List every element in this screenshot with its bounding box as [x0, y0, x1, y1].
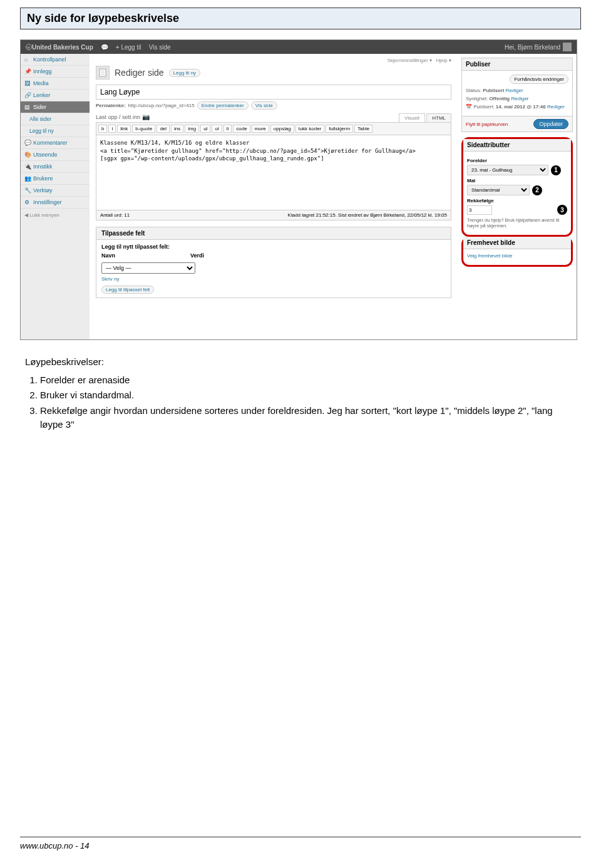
users-icon: 👥 [24, 175, 31, 182]
cf-name-select[interactable]: — Velg — [101, 262, 195, 274]
marker-1: 1 [551, 165, 561, 175]
ed-btn-lookup[interactable]: oppslag [270, 125, 294, 133]
comment-icon: 💬 [24, 140, 31, 146]
date-value: 14. mai 2012 @ 17:46 [496, 104, 546, 110]
set-featured-link[interactable]: Velg fremhevet bilde [467, 253, 513, 259]
site-name[interactable]: United Bakeries Cup [32, 44, 93, 51]
avatar-icon[interactable] [563, 43, 572, 51]
featured-title: Fremhevet bilde [463, 237, 571, 249]
editor-statusbar: Antall ord: 11 Kladd lagret 21:52:15. Si… [96, 210, 451, 220]
ed-btn-close[interactable]: lukk koder [295, 125, 324, 133]
ed-btn-b[interactable]: b [98, 125, 107, 133]
ed-btn-fullscreen[interactable]: fullskjerm [326, 125, 353, 133]
admin-sidebar: ⌂Kontrollpanel 📌Innlegg 🖼Media 🔗Lenker ▤… [21, 54, 90, 339]
publish-title: Publiser [462, 58, 572, 71]
cf-add-label: Legg til nytt tilpasset felt: [101, 244, 446, 250]
ed-btn-link[interactable]: link [117, 125, 131, 133]
cf-col-name: Navn [101, 252, 115, 259]
tab-html[interactable]: HTML [426, 113, 451, 122]
date-edit-link[interactable]: Rediger [547, 104, 565, 110]
help-tab[interactable]: Hjelp ▾ [436, 58, 451, 63]
editor-toolbar: b i link b-quote del ins img ul ol li co… [96, 122, 451, 135]
attrs-title: Sideattributter [463, 139, 571, 152]
sidebar-item-links[interactable]: 🔗Lenker [21, 90, 90, 101]
publish-panel: Publiser Forhåndsvis endringer Status: P… [461, 58, 573, 132]
trash-link[interactable]: Flytt til papirkurven [466, 121, 508, 127]
view-page-button[interactable]: Vis side [251, 101, 277, 110]
sidebar-item-users[interactable]: 👥Brukere [21, 173, 90, 185]
list-item: Bruker vi standardmal. [40, 388, 576, 403]
wordcount-label: Antall ord: [100, 212, 123, 218]
ed-btn-del[interactable]: del [157, 125, 170, 133]
sidebar-item-plugins[interactable]: 🔌Innstikk [21, 161, 90, 173]
link-icon: 🔗 [24, 92, 31, 98]
visibility-value: Offentlig [489, 96, 510, 101]
sidebar-item-appearance[interactable]: 🎨Utseende [21, 149, 90, 161]
plugin-icon: 🔌 [24, 163, 31, 170]
template-select[interactable]: Standardmal [467, 185, 530, 195]
tab-visual[interactable]: Visuell [399, 113, 424, 122]
sidebar-item-settings[interactable]: ⚙Innstillinger [21, 197, 90, 209]
cf-col-value: Verdi [190, 252, 204, 259]
ed-btn-table[interactable]: Table [354, 125, 372, 133]
marker-2: 2 [532, 185, 542, 195]
add-new-link[interactable]: + Legg til [116, 44, 141, 51]
ed-btn-li[interactable]: li [223, 125, 232, 133]
parent-label: Forelder [467, 158, 567, 163]
ed-btn-ol[interactable]: ol [212, 125, 222, 133]
custom-fields-title: Tilpassede felt [96, 227, 451, 240]
cf-add-button[interactable]: Legg til tilpasset felt [101, 286, 154, 294]
ed-btn-more[interactable]: more [252, 125, 269, 133]
update-button[interactable]: Oppdater [533, 119, 568, 129]
permalink-row: Permalenke: http://ubcup.no/?page_id=415… [96, 101, 451, 110]
order-input[interactable] [467, 205, 492, 215]
main-content: Skjerminnstillinger ▾ Hjelp ▾ Rediger si… [90, 54, 458, 339]
body-text: Løypebeskrivelser: Forelder er arenaside… [25, 355, 576, 432]
list-item: Forelder er arenaside [40, 373, 576, 388]
ed-btn-ul[interactable]: ul [200, 125, 210, 133]
view-page-link[interactable]: Vis side [149, 44, 171, 51]
status-edit-link[interactable]: Rediger [506, 88, 523, 93]
ed-btn-i[interactable]: i [108, 125, 116, 133]
sidebar-sub-addnew[interactable]: Legg til ny [21, 125, 90, 137]
comment-icon[interactable]: 💬 [101, 44, 108, 51]
ed-btn-img[interactable]: img [185, 125, 199, 133]
ed-btn-code[interactable]: code [233, 125, 250, 133]
status-label: Status: [466, 88, 481, 93]
greeting[interactable]: Hei, Bjørn Birkeland [505, 44, 560, 51]
page-attributes-panel: Sideattributter Forelder 23. mai - Gullh… [461, 137, 573, 237]
page-header-icon [96, 66, 110, 80]
content-editor[interactable]: Klassene K/M13/14, K/M15/16 og eldre kla… [96, 135, 451, 210]
ed-btn-ins[interactable]: ins [171, 125, 183, 133]
page-heading: Rediger side [115, 68, 164, 78]
list-item: Rekkefølge angir hvordan undersidene sor… [40, 404, 576, 432]
cf-enter-new-link[interactable]: Skriv ny [101, 276, 446, 282]
sidebar-item-comments[interactable]: 💬Kommentarer [21, 137, 90, 149]
pin-icon: 📌 [24, 68, 31, 75]
sidebar-item-dashboard[interactable]: ⌂Kontrollpanel [21, 54, 90, 66]
page-footer: www.ubcup.no - 14 [20, 837, 581, 850]
visibility-edit-link[interactable]: Rediger [511, 96, 529, 101]
sidebar-item-pages[interactable]: ▤Sider [21, 101, 90, 113]
appearance-icon: 🎨 [24, 152, 31, 158]
sidebar-item-tools[interactable]: 🔧Verktøy [21, 185, 90, 197]
upload-media-icon[interactable]: 📷 [142, 113, 150, 120]
admin-bar: United Bakeries Cup 💬 + Legg til Vis sid… [21, 40, 577, 54]
preview-button[interactable]: Forhåndsvis endringer [510, 75, 568, 84]
wordpress-screenshot: United Bakeries Cup 💬 + Legg til Vis sid… [20, 39, 577, 340]
screen-options-tab[interactable]: Skjerminnstillinger ▾ [388, 58, 432, 63]
sidebar-sub-allpages[interactable]: Alle sider [21, 113, 90, 125]
title-input[interactable] [96, 85, 451, 100]
parent-select[interactable]: 23. mai - Gullhaug [467, 165, 548, 175]
ed-btn-bquote[interactable]: b-quote [132, 125, 155, 133]
collapse-menu[interactable]: ◀ Lukk menyen [21, 209, 90, 222]
featured-image-panel: Fremhevet bilde Velg fremhevet bilde [461, 237, 573, 267]
wordpress-logo-icon [26, 44, 32, 50]
sidebar-item-posts[interactable]: 📌Innlegg [21, 66, 90, 78]
status-value: Publisert [483, 88, 504, 93]
edit-permalink-button[interactable]: Endre permalenker [197, 101, 249, 110]
marker-3: 3 [557, 205, 567, 215]
attrs-help-text: Trenger du hjelp? Bruk hjelpefanen øvers… [467, 217, 567, 229]
sidebar-item-media[interactable]: 🖼Media [21, 78, 90, 90]
add-new-button[interactable]: Legg til ny [169, 69, 200, 77]
